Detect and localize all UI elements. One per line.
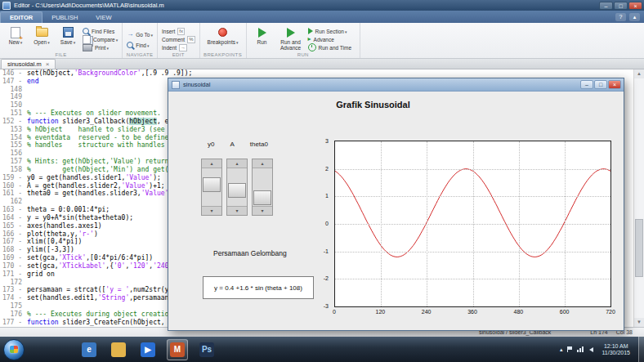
windows-explorer-icon[interactable] [108,339,129,360]
y-tick-label: 0 [325,221,329,226]
run-button[interactable]: Run [251,25,274,51]
slider-thumb[interactable] [228,183,246,198]
line-number: 175 [0,302,27,311]
internet-explorer-icon[interactable]: e [78,339,100,360]
new-file-icon [11,27,20,38]
line-number: 166 - [0,230,27,239]
y-tick-labels: 3210-1-2-3 [314,141,331,306]
breakpoint-dot-icon [218,28,227,37]
line-number: 158 [0,166,27,174]
volume-icon[interactable] [589,347,593,352]
run-play-icon [258,28,266,38]
slider-up-arrow-icon[interactable]: ▴ [253,159,272,168]
slider-thumb[interactable] [203,177,221,192]
figure-canvas: Grafik Sinusoidal y0 A theta0 ▴▾▴▾▴▾ Per… [168,92,624,329]
screen: Editor - C:\Users\Adi\Documents\MATLAB\s… [0,0,644,362]
line-number: 155 [0,141,27,150]
equation-textbox[interactable]: y = 0.4 +1.6 * sin (theta + 108) [203,276,314,299]
matlab-icon[interactable]: M [167,339,188,360]
open-button[interactable]: Open [30,25,53,51]
scroll-up-icon[interactable]: ▲ [634,69,644,78]
editor-window-titlebar[interactable]: Editor - C:\Users\Adi\Documents\MATLAB\s… [0,0,644,11]
figure-titlebar[interactable]: sinusoidal – □ × [168,78,624,92]
code-line[interactable]: 146 -set(hObject,'BackgroundColor',[.9 .… [0,69,633,78]
new-button[interactable]: New [4,25,27,51]
slider-up-arrow-icon[interactable]: ▴ [227,159,247,168]
line-number: 172 [0,279,27,287]
document-tab-bar: sinusoidal.m × [0,59,644,69]
help-icon[interactable]: ? [615,13,626,21]
minimize-button[interactable]: – [599,2,613,10]
hidden-icons-arrow[interactable]: ▴ [560,346,563,353]
network-icon[interactable] [577,346,584,352]
slider-down-arrow-icon[interactable]: ▾ [202,206,221,215]
collapse-ribbon-icon[interactable]: ▴ [629,13,640,21]
slider-theta0[interactable]: ▴▾ [252,159,273,216]
print-button[interactable]: Print [83,44,118,51]
slider-y0[interactable]: ▴▾ [201,159,222,216]
line-number: 163 - [0,206,27,214]
doc-tab-sinusoidal[interactable]: sinusoidal.m × [1,59,56,69]
scroll-down-icon[interactable]: ▼ [634,318,644,327]
find-button[interactable]: Find [127,42,153,48]
comment-button[interactable]: Comment % [162,36,195,42]
tab-editor[interactable]: EDITOR [0,11,42,23]
slider-A[interactable]: ▴▾ [226,159,248,216]
y-tick-label: -1 [324,248,329,253]
breakpoints-button[interactable]: Breakpoints [207,25,239,51]
compare-button[interactable]: Compare [83,36,118,42]
figure-maximize-button[interactable]: □ [594,80,607,89]
media-player-icon[interactable]: ▶ [137,339,159,360]
scrollbar-thumb[interactable] [635,219,643,277]
group-label-file: FILE [0,52,122,57]
x-tick-label: 360 [467,309,477,315]
slider-thumb[interactable] [253,190,271,205]
slider-up-arrow-icon[interactable]: ▴ [202,159,221,168]
x-tick-label: 240 [422,309,432,315]
action-center-flag-icon[interactable] [567,346,572,352]
editor-scrollbar[interactable]: ▲ ▼ [633,69,644,327]
maximize-button[interactable]: □ [614,2,628,10]
run-and-advance-button[interactable]: Run and Advance [277,25,305,51]
close-button[interactable]: × [628,2,642,10]
doc-tab-label: sinusoidal.m [7,60,42,68]
line-number: 159 - [0,174,27,182]
insert-button[interactable]: Insert fx [162,28,195,34]
figure-window[interactable]: sinusoidal – □ × Grafik Sinusoidal y0 A … [168,78,624,331]
figure-minimize-button[interactable]: – [580,80,593,89]
line-number: 146 - [0,69,27,78]
taskbar-icons: e▶MPs [78,339,217,360]
matlab-editor-icon [2,2,11,10]
figure-close-button[interactable]: × [608,80,621,89]
line-number: 173 - [0,286,27,294]
find-files-button[interactable]: Find Files [83,28,118,34]
line-number: 161 - [0,190,27,198]
show-desktop-button[interactable] [638,337,644,362]
line-number: 174 - [0,294,27,302]
line-number: 153 [0,126,27,134]
x-tick-labels: 0120240360480600720 [334,309,610,316]
run-and-time-button[interactable]: Run and Time [308,44,351,51]
y-tick-label: 3 [325,138,329,144]
save-button[interactable]: Save [56,25,79,51]
doc-tab-close-icon[interactable]: × [46,61,50,68]
slider-down-arrow-icon[interactable]: ▾ [227,206,247,215]
indent-button[interactable]: Indent → [162,44,195,51]
slider-label-A: A [230,141,234,148]
start-button[interactable] [3,339,25,360]
run-section-button[interactable]: Run Section [308,28,351,34]
comment-percent-icon: % [187,36,195,43]
ribbon-group-navigate: → Go To Find NAVIGATE [123,23,158,58]
line-number: 152 - [0,118,27,126]
goto-button[interactable]: → Go To [127,31,153,38]
photoshop-icon[interactable]: Ps [196,339,217,360]
slider-down-arrow-icon[interactable]: ▾ [253,206,272,215]
taskbar-clock[interactable]: 12:10 AM 11/30/2015 [598,343,633,356]
tab-publish[interactable]: PUBLISH [42,12,87,23]
line-number: 164 - [0,214,27,222]
ribbon-toolbar: New Open Save Find Files Compare [0,23,644,59]
find-icon [127,42,133,48]
tab-view[interactable]: VIEW [87,12,120,23]
advance-button[interactable]: ▸ Advance [308,36,351,42]
equation-caption: Persamaan Gelombang [213,249,287,257]
